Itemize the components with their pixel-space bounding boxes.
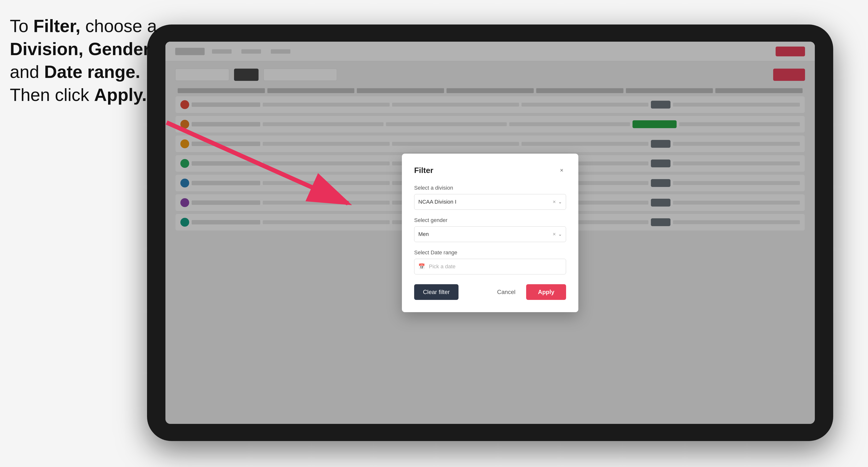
- tablet-frame: Filter × Select a division NCAA Division…: [147, 25, 833, 441]
- modal-header: Filter ×: [414, 166, 566, 175]
- instruction-line3: and Date range.: [10, 62, 140, 82]
- cancel-button[interactable]: Cancel: [491, 284, 522, 300]
- modal-close-button[interactable]: ×: [557, 166, 566, 175]
- gender-label: Select gender: [414, 217, 566, 223]
- date-form-group: Select Date range 📅 Pick a date: [414, 249, 566, 274]
- date-input[interactable]: 📅 Pick a date: [414, 259, 566, 274]
- instruction-block: To Filter, choose a Division, Gender and…: [10, 15, 157, 106]
- gender-controls: × ⌄: [553, 231, 562, 238]
- calendar-icon: 📅: [418, 263, 425, 270]
- modal-right-buttons: Cancel Apply: [491, 284, 566, 300]
- division-select[interactable]: NCAA Division I × ⌄: [414, 194, 566, 210]
- date-placeholder: Pick a date: [429, 263, 456, 270]
- instruction-line2: Division, Gender: [10, 39, 150, 59]
- gender-select[interactable]: Men × ⌄: [414, 226, 566, 242]
- division-value: NCAA Division I: [418, 199, 456, 205]
- date-label: Select Date range: [414, 249, 566, 256]
- division-arrow-icon: ⌄: [558, 199, 562, 205]
- gender-form-group: Select gender Men × ⌄: [414, 217, 566, 242]
- modal-overlay: Filter × Select a division NCAA Division…: [165, 42, 815, 424]
- filter-modal: Filter × Select a division NCAA Division…: [402, 154, 578, 312]
- modal-title: Filter: [414, 166, 433, 175]
- gender-value: Men: [418, 231, 429, 238]
- apply-button[interactable]: Apply: [526, 284, 566, 300]
- clear-filter-button[interactable]: Clear filter: [414, 284, 459, 300]
- division-label: Select a division: [414, 185, 566, 191]
- gender-clear-icon[interactable]: ×: [553, 231, 556, 238]
- division-form-group: Select a division NCAA Division I × ⌄: [414, 185, 566, 210]
- instruction-line1: To Filter, choose a: [10, 16, 157, 36]
- modal-footer: Clear filter Cancel Apply: [414, 284, 566, 300]
- division-controls: × ⌄: [553, 199, 562, 205]
- division-clear-icon[interactable]: ×: [553, 199, 556, 205]
- tablet-screen: Filter × Select a division NCAA Division…: [165, 42, 815, 424]
- gender-arrow-icon: ⌄: [558, 231, 562, 237]
- instruction-line4: Then click Apply.: [10, 85, 147, 105]
